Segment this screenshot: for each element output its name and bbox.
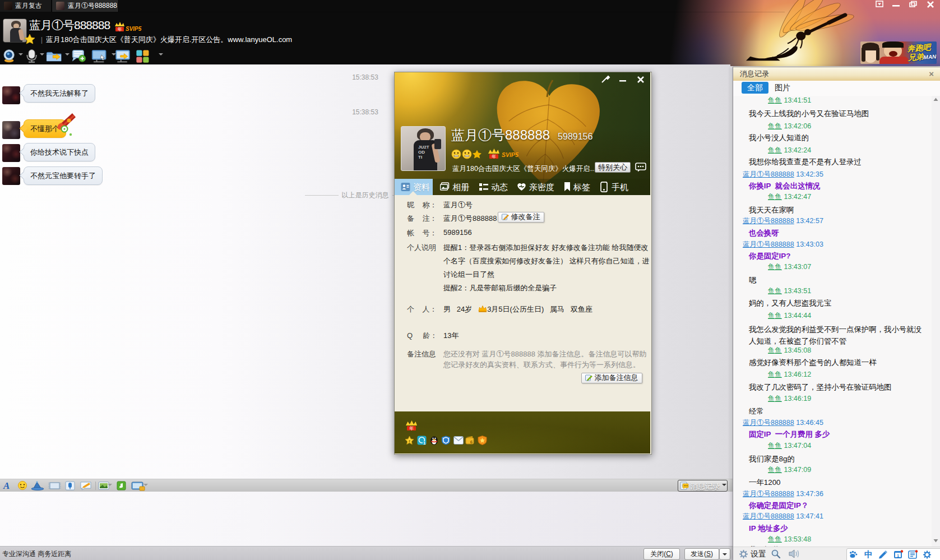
svg-text:z: z (409, 439, 411, 443)
svg-text:1: 1 (423, 441, 425, 446)
svg-text:年: 年 (118, 27, 122, 32)
svg-text:年: 年 (409, 426, 414, 431)
svg-text:中: 中 (864, 549, 873, 559)
svg-text:1: 1 (897, 553, 899, 558)
svg-text:6: 6 (470, 439, 473, 445)
svg-text:SVIP5: SVIP5 (126, 26, 142, 32)
svg-text:年: 年 (492, 154, 496, 159)
svg-text:A: A (3, 480, 10, 491)
svg-text:SVIP5: SVIP5 (502, 151, 518, 158)
